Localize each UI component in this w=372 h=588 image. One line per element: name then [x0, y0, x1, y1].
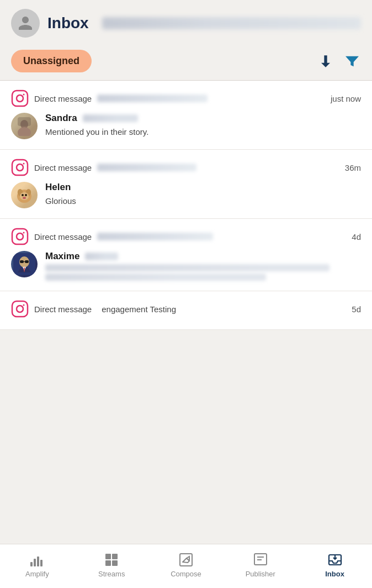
message-text-blur2: [45, 274, 266, 281]
user-name-row: Maxime: [45, 251, 361, 262]
nav-label-publisher: Publisher: [246, 570, 275, 578]
avatar: [11, 113, 38, 139]
message-item[interactable]: Direct message 36m Helen: [0, 150, 372, 219]
svg-rect-35: [180, 554, 192, 566]
page-title: Inbox: [47, 14, 89, 32]
svg-point-7: [17, 164, 23, 171]
svg-point-25: [17, 306, 23, 312]
message-text-blur: [45, 264, 330, 271]
user-icon: [17, 15, 34, 32]
svg-point-8: [23, 163, 25, 165]
header: Inbox: [0, 0, 372, 44]
account-name-blur: [102, 17, 361, 29]
message-body: Helen Glorious: [11, 182, 361, 208]
bottom-nav: Amplify Streams Compose Publisher: [0, 544, 372, 588]
svg-point-14: [25, 194, 27, 196]
sort-icon: [317, 53, 334, 70]
svg-point-1: [17, 95, 23, 102]
message-content: Sandra Mentioned you in their story.: [45, 113, 361, 138]
streams-icon: [104, 552, 119, 568]
svg-point-13: [22, 194, 24, 196]
sandra-avatar-img: [14, 116, 34, 136]
svg-rect-23: [24, 261, 25, 262]
svg-rect-6: [12, 160, 28, 175]
message-type: Direct message: [34, 163, 92, 172]
message-meta: Direct message just now: [11, 90, 361, 107]
sort-button[interactable]: [317, 53, 334, 70]
user-name: Sandra: [45, 113, 77, 124]
instagram-icon: [11, 300, 29, 318]
account-blur: [97, 164, 196, 171]
user-name-row: Sandra: [45, 113, 361, 124]
nav-item-amplify[interactable]: Amplify: [0, 552, 75, 580]
instagram-icon: [11, 228, 29, 245]
svg-point-2: [23, 94, 25, 96]
message-item[interactable]: Direct message 4d: [0, 219, 372, 291]
svg-point-17: [17, 233, 23, 240]
nav-item-streams[interactable]: Streams: [75, 552, 149, 580]
account-blur: [97, 95, 208, 102]
message-item[interactable]: Direct message just now Sandra Mentioned…: [0, 81, 372, 150]
message-content: Maxime: [45, 251, 361, 281]
svg-rect-32: [112, 554, 118, 559]
publisher-icon: [253, 552, 268, 568]
user-avatar-circle: [11, 9, 40, 38]
user-name: Helen: [45, 182, 71, 193]
svg-rect-21: [20, 260, 24, 263]
avatar: [11, 251, 38, 277]
svg-point-18: [23, 232, 25, 234]
svg-rect-5: [18, 117, 31, 126]
partial-account: engagement Testing: [102, 305, 176, 314]
message-type: Direct message: [34, 305, 92, 314]
instagram-icon: [11, 90, 29, 107]
message-content: Helen Glorious: [45, 182, 361, 207]
helen-avatar-img: [13, 184, 35, 206]
filter-row: Unassigned: [0, 44, 372, 80]
message-meta: Direct message 4d: [11, 228, 361, 245]
svg-point-15: [23, 197, 26, 199]
message-meta: Direct message 36m: [11, 159, 361, 176]
message-body: Maxime: [11, 251, 361, 281]
message-time: 36m: [345, 163, 361, 172]
svg-rect-0: [12, 91, 28, 106]
user-name-row: Helen: [45, 182, 361, 193]
compose-icon: [178, 552, 194, 568]
svg-rect-34: [112, 560, 118, 566]
message-item-partial[interactable]: Direct message engagement Testing 5d: [0, 291, 372, 330]
surname-blur: [85, 253, 118, 260]
unassigned-button[interactable]: Unassigned: [11, 50, 92, 72]
nav-item-compose[interactable]: Compose: [149, 552, 224, 580]
nav-label-compose: Compose: [171, 570, 201, 578]
svg-rect-22: [25, 260, 29, 263]
svg-rect-28: [34, 559, 36, 566]
message-meta: Direct message engagement Testing 5d: [11, 300, 361, 318]
message-time: 5d: [352, 305, 361, 314]
inbox-icon: [327, 552, 343, 568]
svg-rect-16: [12, 229, 28, 244]
nav-label-amplify: Amplify: [25, 570, 49, 578]
svg-rect-24: [12, 301, 28, 317]
surname-blur: [83, 114, 138, 122]
message-type: Direct message: [34, 94, 92, 103]
svg-rect-29: [37, 556, 39, 566]
message-text: Glorious: [45, 195, 361, 207]
message-body: Sandra Mentioned you in their story.: [11, 113, 361, 139]
message-time: just now: [331, 94, 361, 103]
avatar: [11, 182, 38, 208]
filter-icons: [317, 53, 361, 70]
svg-point-4: [18, 127, 31, 136]
user-name: Maxime: [45, 251, 79, 262]
nav-label-inbox: Inbox: [325, 570, 344, 578]
svg-rect-31: [105, 554, 111, 559]
amplify-icon: [29, 552, 45, 568]
nav-label-streams: Streams: [98, 570, 125, 578]
message-type: Direct message: [34, 232, 92, 242]
nav-item-inbox[interactable]: Inbox: [297, 552, 372, 580]
svg-rect-30: [40, 560, 42, 566]
filter-icon: [343, 53, 361, 70]
maxime-avatar-img: [13, 253, 35, 275]
filter-button[interactable]: [343, 53, 361, 70]
message-time: 4d: [352, 232, 361, 242]
instagram-icon: [11, 159, 29, 176]
nav-item-publisher[interactable]: Publisher: [223, 552, 297, 580]
